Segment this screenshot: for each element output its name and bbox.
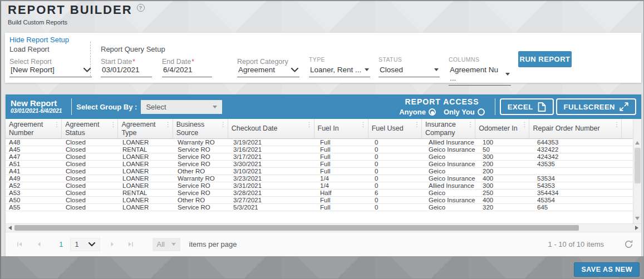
type-dropdown[interactable]: Loaner, Rent ... xyxy=(309,66,370,77)
table-row[interactable]: A47ClosedLOANERService RO3/17/2021Full0G… xyxy=(6,153,633,161)
save-as-new-button[interactable]: SAVE AS NEW xyxy=(574,262,640,277)
table-row[interactable]: A49ClosedLOANERWarranty RO3/23/20211/40G… xyxy=(6,175,633,182)
table-cell: A41 xyxy=(6,168,62,175)
items-per-page-label: items per page xyxy=(189,240,237,248)
table-cell: Closed xyxy=(62,168,119,175)
column-menu-icon[interactable]: ⋮ xyxy=(53,121,60,128)
run-report-button[interactable]: RUN REPORT xyxy=(518,51,572,67)
column-header[interactable]: Odometer In⋮ xyxy=(475,119,529,138)
group-by-dropdown[interactable]: Select xyxy=(141,100,222,114)
end-date-input[interactable]: 6/4/2021 xyxy=(162,66,212,77)
refresh-icon[interactable] xyxy=(624,240,633,249)
load-report-label: Load Report xyxy=(9,45,50,53)
column-menu-icon[interactable]: ⋮ xyxy=(414,121,420,128)
table-row[interactable]: A50ClosedLOANEROther RO3/27/2021Full0Gei… xyxy=(6,197,633,204)
table-cell: Closed xyxy=(62,182,119,189)
first-page-button[interactable] xyxy=(13,241,26,247)
scroll-left-icon[interactable] xyxy=(8,226,12,230)
column-header[interactable]: Agreement Number⋮ xyxy=(6,119,62,138)
table-row[interactable]: A51ClosedLOANERService RO3/30/2021Full0G… xyxy=(6,161,633,168)
table-row[interactable]: A55ClosedLOANERService RO5/3/2021Full0Ge… xyxy=(6,204,633,211)
table-cell: 43535 xyxy=(534,161,627,167)
column-menu-icon[interactable]: ⋮ xyxy=(467,121,474,128)
last-page-button[interactable] xyxy=(125,241,137,247)
table-cell: 320 xyxy=(479,204,534,211)
table-cell: Service RO xyxy=(174,190,230,196)
previous-page-button[interactable] xyxy=(32,241,45,247)
table-cell: Closed xyxy=(62,197,119,203)
table-row[interactable]: A53ClosedRENTALService RO3/28/2021Half6G… xyxy=(6,190,633,197)
column-header[interactable]: Checkout Date⋮ xyxy=(228,119,314,138)
columns-dropdown[interactable]: Agreement Nu ... xyxy=(449,66,511,86)
excel-button[interactable]: EXCEL xyxy=(500,98,554,115)
page-footer: SAVE AS NEW xyxy=(1,256,643,279)
column-header-label: Agreement Type xyxy=(121,121,164,137)
column-header[interactable]: Business Source⋮ xyxy=(173,119,228,138)
table-cell: 0 xyxy=(371,175,425,182)
report-category-dropdown[interactable]: Agreement xyxy=(237,66,299,77)
table-cell: Geico Insurance xyxy=(425,146,479,153)
table-cell: LOANER xyxy=(119,204,174,211)
current-page-button[interactable]: 1 xyxy=(59,240,63,248)
column-menu-icon[interactable]: ⋮ xyxy=(360,121,367,128)
table-cell: 400 xyxy=(479,197,534,203)
fullscreen-button[interactable]: FULLSCREEN xyxy=(556,98,636,115)
items-range-summary: 1 - 10 of 10 items xyxy=(548,240,604,248)
table-cell: 50 xyxy=(479,146,534,153)
column-menu-icon[interactable]: ⋮ xyxy=(110,121,116,128)
horizontal-scrollbar[interactable] xyxy=(6,223,641,232)
table-row[interactable]: A45ClosedRENTALService RO3/16/2021Full0G… xyxy=(6,146,633,153)
access-option-anyone[interactable]: Anyone xyxy=(399,108,436,116)
access-option-only-you[interactable]: Only You xyxy=(444,108,485,116)
table-cell: 0 xyxy=(371,182,425,189)
table-row[interactable]: A41ClosedLOANEROther RO3/10/2021Full0Gei… xyxy=(6,168,633,175)
table-cell: Geico xyxy=(425,168,479,175)
page-size-dropdown[interactable]: All xyxy=(153,238,180,251)
radio-button[interactable] xyxy=(429,108,436,116)
scroll-down-icon[interactable] xyxy=(635,217,640,220)
column-menu-icon[interactable]: ⋮ xyxy=(306,121,313,128)
table-cell: Full xyxy=(317,153,371,160)
table-cell: 424342 xyxy=(534,153,627,160)
table-cell: LOANER xyxy=(119,161,174,167)
vertical-scroll-thumb[interactable] xyxy=(635,148,641,183)
table-cell: LOANER xyxy=(119,139,174,146)
table-cell: A55 xyxy=(6,204,62,211)
hide-report-setup-link[interactable]: Hide Report Setup xyxy=(9,36,69,44)
table-row[interactable]: A52ClosedLOANERService RO3/31/20211/40Al… xyxy=(6,182,633,190)
column-menu-icon[interactable]: ⋮ xyxy=(613,121,620,128)
table-cell: 3/10/2021 xyxy=(230,168,317,175)
radio-button[interactable] xyxy=(478,108,485,116)
dropdown-arrow-icon xyxy=(434,68,439,71)
column-header[interactable]: Repair Order Number⋮ xyxy=(529,119,622,138)
help-icon[interactable]: ? xyxy=(137,4,145,12)
table-row[interactable]: A48ClosedLOANERWarranty RO3/19/2021Full0… xyxy=(6,139,633,146)
horizontal-scroll-thumb[interactable] xyxy=(14,225,579,231)
dropdown-arrow-icon xyxy=(365,68,369,71)
status-dropdown[interactable]: Closed xyxy=(378,66,440,77)
select-report-dropdown[interactable]: [New Report] xyxy=(9,66,92,77)
column-header[interactable]: Fuel Used⋮ xyxy=(368,119,422,138)
column-header[interactable]: Fuel In⋮ xyxy=(314,119,368,138)
column-menu-icon[interactable]: ⋮ xyxy=(220,121,227,128)
table-cell: Geico xyxy=(425,190,479,196)
column-header-filler xyxy=(622,119,633,138)
start-date-input[interactable]: 03/01/2021 xyxy=(101,66,152,77)
vertical-scrollbar[interactable] xyxy=(633,119,641,223)
next-page-button[interactable] xyxy=(107,241,119,247)
table-cell: 354434 xyxy=(534,190,627,196)
column-header[interactable]: Agreement Type⋮ xyxy=(118,119,173,138)
table-body: A48ClosedLOANERWarranty RO3/19/2021Full0… xyxy=(6,139,633,223)
table-cell: 300 xyxy=(479,153,534,160)
table-header-row: Agreement Number⋮Agreement Status⋮Agreem… xyxy=(6,119,633,139)
column-menu-icon[interactable]: ⋮ xyxy=(165,121,171,128)
table-cell: Service RO xyxy=(174,161,230,167)
column-header[interactable]: Insurance Company⋮ xyxy=(422,119,475,138)
table-cell: Closed xyxy=(62,146,119,153)
page-select-dropdown[interactable]: 1 xyxy=(70,238,100,251)
column-header[interactable]: Agreement Status⋮ xyxy=(62,119,118,138)
column-menu-icon[interactable]: ⋮ xyxy=(521,121,528,128)
chevron-down-icon xyxy=(291,68,298,72)
scroll-right-icon[interactable] xyxy=(635,226,638,230)
scroll-up-icon[interactable] xyxy=(635,141,640,145)
